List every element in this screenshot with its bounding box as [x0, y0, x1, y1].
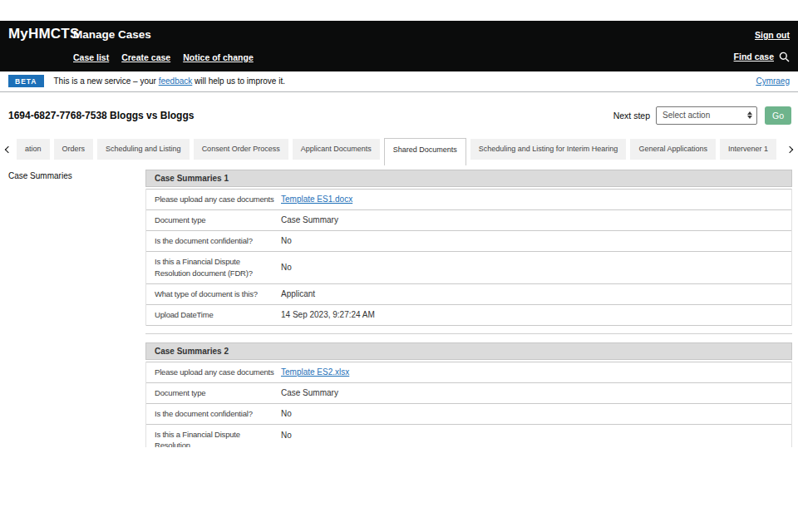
- field-label: Is the document confidential?: [146, 404, 281, 424]
- table-row: Is the document confidential?No: [146, 404, 791, 425]
- case-header-bar: 1694-6827-7768-7538 Bloggs vs Bloggs Nex…: [0, 92, 798, 138]
- field-label: What type of document is this?: [146, 284, 281, 304]
- beta-badge: BETA: [8, 75, 44, 87]
- panel-rows: Please upload any case documentsTemplate…: [145, 362, 792, 447]
- document-link[interactable]: Template ES2.xlsx: [281, 367, 349, 377]
- field-label: Is this a Financial Dispute Resolution d…: [146, 252, 281, 283]
- field-label: Please upload any case documents: [146, 362, 281, 382]
- table-row: Is this a Financial Dispute Resolution d…: [146, 252, 791, 284]
- tab-general-applications[interactable]: General Applications: [630, 139, 716, 160]
- nav-notice-of-change[interactable]: Notice of change: [183, 52, 254, 62]
- beta-text: This is a new service – your feedback wi…: [54, 76, 285, 86]
- table-row: Please upload any case documentsTemplate…: [146, 189, 791, 210]
- tables-container: Case Summaries 1Please upload any case d…: [145, 170, 792, 447]
- section-label: Case Summaries: [8, 171, 72, 180]
- language-link[interactable]: Cymraeg: [756, 76, 790, 86]
- table-row: Document typeCase Summary: [146, 383, 791, 404]
- next-step-select[interactable]: Select action: [656, 106, 757, 125]
- chevron-left-icon: [5, 146, 12, 153]
- tabs-scroll-left-button[interactable]: [2, 143, 14, 156]
- field-value: Case Summary: [281, 383, 791, 403]
- tab-strip: ationOrdersScheduling and ListingConsent…: [17, 138, 776, 166]
- next-step-select-value: Select action: [663, 111, 747, 120]
- nav-create-case[interactable]: Create case: [121, 52, 170, 62]
- feedback-link[interactable]: feedback: [159, 76, 193, 86]
- field-value: Applicant: [281, 284, 791, 304]
- field-value: No: [281, 426, 791, 446]
- case-summary-panel: Case Summaries 1Please upload any case d…: [145, 170, 792, 326]
- chevron-right-icon: [786, 146, 793, 153]
- field-label: Please upload any case documents: [146, 190, 281, 209]
- table-row: Document typeCase Summary: [146, 210, 791, 231]
- field-value: Template ES1.docx: [281, 190, 791, 209]
- table-row: Upload DateTime14 Sep 2023, 9:27:24 AM: [146, 305, 791, 326]
- case-summary-panel: Case Summaries 2Please upload any case d…: [145, 342, 792, 447]
- search-icon[interactable]: [779, 52, 790, 62]
- field-label: Document type: [146, 210, 281, 230]
- field-value: Template ES2.xlsx: [281, 362, 791, 382]
- field-label: Is the document confidential?: [146, 231, 281, 251]
- tabs-scroll-right-button[interactable]: [784, 143, 796, 156]
- table-row: Is this a Financial Dispute ResolutionNo: [146, 425, 791, 447]
- beta-text-after: will help us to improve it.: [192, 76, 285, 86]
- field-value: No: [281, 258, 791, 278]
- tab-applicant-documents[interactable]: Applicant Documents: [293, 139, 380, 160]
- panel-title: Case Summaries 2: [145, 342, 792, 360]
- nav-case-list[interactable]: Case list: [73, 52, 109, 62]
- document-link[interactable]: Template ES1.docx: [281, 195, 352, 204]
- field-value: No: [281, 404, 791, 424]
- tab-intervener-1[interactable]: Intervener 1: [720, 139, 776, 160]
- beta-banner: BETA This is a new service – your feedba…: [0, 71, 798, 92]
- next-step-label: Next step: [613, 111, 650, 121]
- table-row: What type of document is this?Applicant: [146, 284, 791, 305]
- find-case-link[interactable]: Find case: [734, 52, 774, 62]
- go-button[interactable]: Go: [765, 106, 791, 125]
- field-label: Upload DateTime: [146, 305, 281, 325]
- app-header: MyHMCTS Manage Cases Sign out Case listC…: [0, 21, 798, 71]
- page-top-gap: [0, 0, 798, 21]
- next-step-controls: Next step Select action Go: [613, 106, 791, 125]
- tab-content: Case Summaries Case Summaries 1Please up…: [0, 166, 798, 447]
- tab-consent-order-process[interactable]: Consent Order Process: [194, 139, 288, 160]
- tab-scheduling-and-listing[interactable]: Scheduling and Listing: [97, 139, 190, 160]
- case-reference-title: 1694-6827-7768-7538 Bloggs vs Bloggs: [8, 110, 194, 121]
- table-row: Is the document confidential?No: [146, 231, 791, 252]
- case-tab-bar: ationOrdersScheduling and ListingConsent…: [0, 138, 798, 166]
- panel-divider: [145, 333, 792, 334]
- tab-ation[interactable]: ation: [17, 139, 50, 160]
- sign-out-link[interactable]: Sign out: [755, 30, 790, 40]
- service-title: Manage Cases: [73, 28, 151, 41]
- field-value: 14 Sep 2023, 9:27:24 AM: [281, 305, 791, 325]
- tab-shared-documents[interactable]: Shared Documents: [384, 138, 466, 165]
- field-label: Document type: [146, 383, 281, 403]
- app-title: MyHMCTS: [8, 26, 73, 42]
- tab-orders[interactable]: Orders: [54, 139, 94, 160]
- table-row: Please upload any case documentsTemplate…: [146, 362, 791, 383]
- beta-text-before: This is a new service – your: [54, 76, 159, 86]
- field-value: No: [281, 231, 791, 251]
- panel-rows: Please upload any case documentsTemplate…: [145, 189, 792, 326]
- tab-scheduling-and-listing-for-interim-hearing[interactable]: Scheduling and Listing for Interim Heari…: [470, 139, 627, 160]
- field-label: Is this a Financial Dispute Resolution: [146, 425, 281, 447]
- field-value: Case Summary: [281, 210, 791, 230]
- select-spinner-icon: [747, 111, 752, 120]
- primary-nav: Case listCreate caseNotice of change: [73, 49, 266, 64]
- panel-title: Case Summaries 1: [145, 170, 792, 187]
